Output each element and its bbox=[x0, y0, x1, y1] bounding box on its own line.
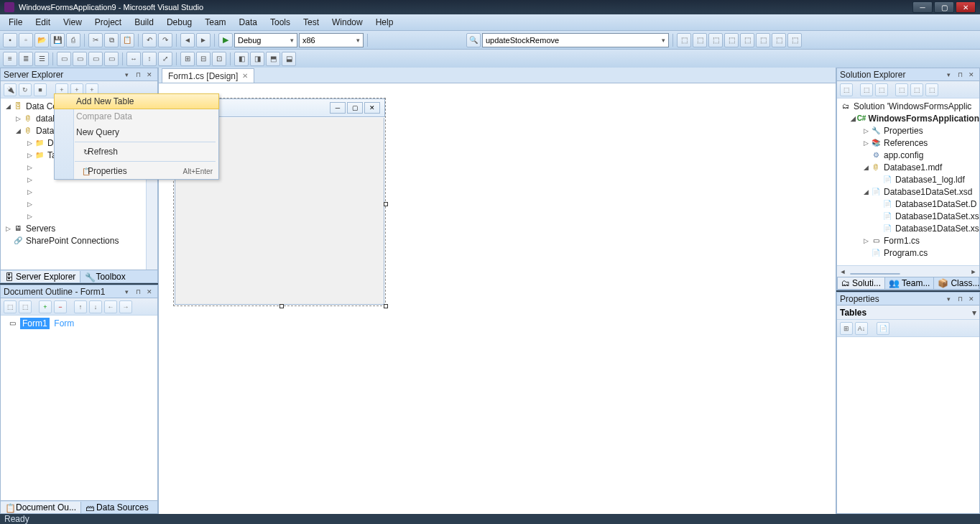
tool-btn-5[interactable]: ⬚ bbox=[740, 33, 754, 47]
sol-appconfig[interactable]: ⚙app.config bbox=[837, 149, 979, 161]
prop-alpha-button[interactable]: A↓ bbox=[855, 322, 868, 335]
platform-combo[interactable]: x86 bbox=[299, 33, 364, 47]
outline-btn-1[interactable]: ⬚ bbox=[4, 300, 17, 313]
save-all-button[interactable]: ⎙ bbox=[66, 33, 80, 47]
form-maximize-button[interactable]: ▢ bbox=[347, 102, 363, 114]
layout-btn-10[interactable]: ⊡ bbox=[212, 52, 226, 66]
layout-btn-12[interactable]: ◨ bbox=[250, 52, 264, 66]
sol-dblog[interactable]: 📄Database1_log.ldf bbox=[837, 173, 979, 185]
add-item-button[interactable]: ▫ bbox=[19, 33, 33, 47]
outline-up-button[interactable]: ↑ bbox=[74, 300, 87, 313]
menu-data[interactable]: Data bbox=[234, 16, 263, 29]
minimize-button[interactable]: ─ bbox=[912, 1, 933, 13]
undo-button[interactable]: ↶ bbox=[142, 33, 157, 47]
menu-view[interactable]: View bbox=[57, 16, 88, 29]
menu-team[interactable]: Team bbox=[199, 16, 231, 29]
nav-back-button[interactable]: ◄ bbox=[180, 33, 195, 47]
form-designer[interactable]: Form1 ─ ▢ ✕ bbox=[159, 83, 836, 514]
panel-close-icon[interactable]: ✕ bbox=[966, 70, 976, 80]
tab-team[interactable]: 👥Team... bbox=[885, 277, 934, 289]
outline-add-button[interactable]: + bbox=[39, 300, 52, 313]
tool-btn-7[interactable]: ⬚ bbox=[772, 33, 786, 47]
sol-btn-3[interactable]: ⬚ bbox=[875, 83, 888, 96]
layout-btn-9[interactable]: ⊟ bbox=[196, 52, 211, 66]
sol-btn-1[interactable]: ⬚ bbox=[840, 83, 853, 96]
outline-down-button[interactable]: ↓ bbox=[89, 300, 102, 313]
tree-hidden-5[interactable]: ▷ bbox=[1, 210, 157, 222]
doc-tab-form1[interactable]: Form1.cs [Design] ✕ bbox=[162, 68, 254, 83]
menu-project[interactable]: Project bbox=[89, 16, 127, 29]
tool-btn-2[interactable]: ⬚ bbox=[693, 33, 707, 47]
sol-btn-6[interactable]: ⬚ bbox=[925, 83, 938, 96]
outline-remove-button[interactable]: − bbox=[54, 300, 67, 313]
tree-servers[interactable]: ▷🖥Servers bbox=[1, 222, 157, 234]
pin-icon[interactable]: ⊓ bbox=[133, 70, 143, 80]
tab-close-icon[interactable]: ✕ bbox=[242, 72, 248, 80]
panel-dropdown-icon[interactable]: ▾ bbox=[943, 294, 953, 304]
tool-btn-6[interactable]: ⬚ bbox=[756, 33, 770, 47]
find-icon[interactable]: 🔍 bbox=[466, 33, 481, 47]
sol-btn-4[interactable]: ⬚ bbox=[895, 83, 908, 96]
menu-edit[interactable]: Edit bbox=[29, 16, 56, 29]
properties-grid[interactable] bbox=[837, 337, 979, 513]
layout-btn-4[interactable]: ▭ bbox=[104, 52, 119, 66]
align-left-button[interactable]: ≡ bbox=[3, 52, 17, 66]
sol-solution[interactable]: 🗂Solution 'WindowsFormsApplic bbox=[837, 100, 979, 112]
panel-dropdown-icon[interactable]: ▾ bbox=[121, 287, 131, 297]
form-minimize-button[interactable]: ─ bbox=[330, 102, 346, 114]
panel-close-icon[interactable]: ✕ bbox=[144, 70, 154, 80]
tab-solution[interactable]: 🗂Soluti... bbox=[838, 277, 885, 289]
pin-icon[interactable]: ⊓ bbox=[133, 287, 143, 297]
ctx-refresh[interactable]: ↻Refresh bbox=[55, 144, 218, 160]
layout-btn-2[interactable]: ▭ bbox=[73, 52, 87, 66]
pin-icon[interactable]: ⊓ bbox=[955, 294, 965, 304]
paste-button[interactable]: 📋 bbox=[120, 33, 134, 47]
panel-close-icon[interactable]: ✕ bbox=[966, 294, 976, 304]
tool-btn-3[interactable]: ⬚ bbox=[708, 33, 723, 47]
sol-properties[interactable]: ▷🔧Properties bbox=[837, 124, 979, 137]
close-button[interactable]: ✕ bbox=[956, 1, 976, 13]
start-debug-button[interactable]: ▶ bbox=[218, 33, 233, 47]
redo-button[interactable]: ↷ bbox=[158, 33, 172, 47]
sol-project[interactable]: ◢C#WindowsFormsApplication bbox=[837, 112, 979, 124]
layout-btn-8[interactable]: ⊞ bbox=[180, 52, 195, 66]
tab-data-sources[interactable]: 🗃Data Sources bbox=[81, 502, 153, 513]
sol-program[interactable]: 📄Program.cs bbox=[837, 247, 979, 259]
menu-tools[interactable]: Tools bbox=[264, 16, 296, 29]
tab-document-outline[interactable]: 📋Document Ou... bbox=[1, 502, 81, 513]
tab-toolbox[interactable]: 🔧Toolbox bbox=[80, 271, 129, 282]
open-button[interactable]: 📂 bbox=[34, 33, 49, 47]
tab-class[interactable]: 📦Class... bbox=[934, 277, 980, 289]
ctx-properties[interactable]: 📋PropertiesAlt+Enter bbox=[55, 163, 218, 179]
layout-btn-7[interactable]: ⤢ bbox=[158, 52, 172, 66]
tree-sharepoint[interactable]: 🔗SharePoint Connections bbox=[1, 234, 157, 247]
resize-handle-corner[interactable] bbox=[384, 304, 388, 308]
outline-left-button[interactable]: ← bbox=[104, 300, 117, 313]
sol-hscroll[interactable]: ◄► bbox=[837, 265, 979, 277]
tree-hidden-4[interactable]: ▷ bbox=[1, 198, 157, 210]
outline-form1[interactable]: ▭ Form1 Form bbox=[1, 317, 157, 329]
layout-btn-6[interactable]: ↕ bbox=[142, 52, 157, 66]
maximize-button[interactable]: ▢ bbox=[934, 1, 954, 13]
sol-dataset-d[interactable]: 📄Database1DataSet.D bbox=[837, 198, 979, 210]
menu-test[interactable]: Test bbox=[297, 16, 325, 29]
align-center-button[interactable]: ≣ bbox=[19, 52, 33, 66]
layout-btn-5[interactable]: ↔ bbox=[126, 52, 141, 66]
menu-debug[interactable]: Debug bbox=[161, 16, 198, 29]
new-project-button[interactable]: ▪ bbox=[3, 33, 17, 47]
stop-button[interactable]: ■ bbox=[34, 83, 47, 96]
ctx-new-query[interactable]: New Query bbox=[55, 124, 218, 140]
tree-hidden-3[interactable]: ▷ bbox=[1, 185, 157, 198]
resize-handle-right[interactable] bbox=[384, 202, 388, 206]
sol-form1[interactable]: ▷▭Form1.cs bbox=[837, 234, 979, 247]
sol-references[interactable]: ▷📚References bbox=[837, 137, 979, 149]
sol-dataset-xs2[interactable]: 📄Database1DataSet.xs bbox=[837, 222, 979, 234]
sol-btn-5[interactable]: ⬚ bbox=[910, 83, 923, 96]
prop-pages-button[interactable]: 📄 bbox=[877, 322, 889, 335]
outline-btn-2[interactable]: ⬚ bbox=[19, 300, 32, 313]
outline-right-button[interactable]: → bbox=[119, 300, 132, 313]
pin-icon[interactable]: ⊓ bbox=[955, 70, 965, 80]
sol-database[interactable]: ◢🛢Database1.mdf bbox=[837, 161, 979, 173]
layout-btn-13[interactable]: ⬒ bbox=[266, 52, 280, 66]
tool-btn-1[interactable]: ⬚ bbox=[677, 33, 691, 47]
